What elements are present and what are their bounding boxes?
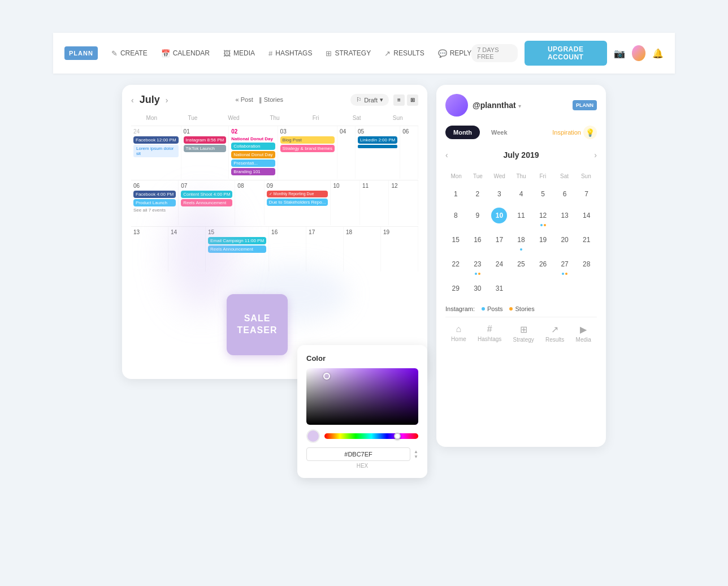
calendar-event[interactable]: ✓ Monthly Reporting Due [267, 191, 328, 197]
nav-item-strategy[interactable]: ⊞ STRATEGY [326, 49, 371, 58]
calendar-event[interactable]: National Donut Day [231, 151, 275, 158]
cal-cell[interactable]: 09 ✓ Monthly Reporting Due Due to Stakeh… [265, 180, 331, 225]
cal-cell[interactable]: 24 Facebook 12:00 PM Lorem ipsum dolor s… [131, 126, 181, 179]
cal-cell[interactable]: 10 [331, 180, 360, 225]
increment-button[interactable]: ▲ [414, 450, 418, 454]
cal-cell[interactable]: 11 [360, 180, 389, 225]
hex-input[interactable] [306, 447, 410, 461]
mini-cell[interactable]: 29 [445, 278, 466, 299]
mini-cell[interactable]: 31 [489, 278, 510, 299]
event-label[interactable]: Lorem ipsum dolor sit [133, 145, 179, 157]
mini-cell[interactable]: 26 [532, 254, 553, 277]
mini-cell[interactable]: 28 [576, 254, 597, 277]
calendar-event[interactable]: Presentati... [231, 160, 275, 167]
mini-cell[interactable]: 11 [511, 205, 532, 229]
inspiration-button[interactable]: Inspiration 💡 [552, 126, 597, 139]
nav-item-results[interactable]: ↗ RESULTS [384, 49, 424, 58]
cal-cell[interactable]: 06 Facebook 4:00 PM Product Launch See a… [131, 180, 179, 225]
prev-month-arrow[interactable]: ‹ [131, 96, 134, 105]
mini-cell[interactable]: 23 [467, 254, 488, 277]
stories-filter[interactable]: ‖ Stories [259, 96, 283, 104]
calendar-event[interactable]: Instagram 8:56 PM [184, 136, 227, 144]
mini-cell[interactable]: 17 [489, 230, 510, 253]
mini-cell[interactable]: 13 [554, 205, 575, 229]
cal-cell[interactable]: 08 [235, 180, 265, 225]
nav-item-media[interactable]: 🖼 MEDIA [223, 49, 255, 58]
mini-cell[interactable]: 20 [554, 230, 575, 253]
mini-cell[interactable]: 8 [445, 205, 466, 229]
bottom-nav-strategy[interactable]: ⊞ Strategy [513, 324, 534, 343]
next-month-arrow[interactable]: › [166, 96, 168, 105]
nav-item-reply[interactable]: 💬 REPLY [438, 49, 471, 58]
bottom-nav-hashtags[interactable]: # Hashtags [478, 324, 501, 343]
cal-cell[interactable]: 06 [400, 126, 418, 179]
cal-cell[interactable]: 13 [131, 227, 168, 272]
cal-cell[interactable]: 02 National Donut Day Collaboration Nati… [229, 126, 278, 179]
cal-cell[interactable]: 17 [306, 227, 344, 272]
nav-item-create[interactable]: ✎ CREATE [111, 49, 148, 58]
nav-item-hashtags[interactable]: # HASHTAGS [268, 49, 312, 58]
color-picker-canvas[interactable] [306, 368, 418, 425]
cal-cell[interactable]: 04 [337, 126, 356, 179]
calendar-event[interactable]: TikTok Launch [184, 145, 227, 152]
calendar-event[interactable]: Collaboration [231, 143, 275, 150]
hue-slider[interactable] [324, 433, 418, 439]
see-all-events[interactable]: See all 7 events [133, 208, 176, 213]
list-view-icon[interactable]: ≡ [393, 94, 405, 106]
mini-cell[interactable]: 14 [576, 205, 597, 229]
mini-cell[interactable]: 12 [532, 205, 553, 229]
mini-cell[interactable]: 30 [467, 278, 488, 299]
calendar-event[interactable]: Branding 101 [231, 168, 275, 175]
mini-next-arrow[interactable]: › [594, 150, 597, 160]
cal-cell[interactable]: 16 [269, 227, 306, 272]
profile-dropdown-arrow[interactable]: ▾ [518, 103, 521, 109]
mini-cell[interactable]: 22 [445, 254, 466, 277]
mini-cell[interactable]: 6 [554, 184, 575, 204]
mini-cell[interactable]: 25 [511, 254, 532, 277]
post-filter[interactable]: « Post [236, 96, 253, 104]
calendar-event[interactable]: Facebook 12:00 PM [133, 136, 179, 144]
calendar-event[interactable]: Content Shoot 4:00 PM [181, 191, 232, 198]
mini-cell[interactable]: 19 [532, 230, 553, 253]
week-view-button[interactable]: Week [483, 126, 515, 139]
mini-cell[interactable]: 21 [576, 230, 597, 253]
mini-cell[interactable]: 18 [511, 230, 532, 253]
decrement-button[interactable]: ▼ [414, 455, 418, 459]
grid-view-icon[interactable]: ⊞ [407, 94, 418, 106]
mini-cell[interactable]: 1 [445, 184, 466, 204]
calendar-event[interactable]: Facebook 4:00 PM [133, 191, 176, 198]
cal-cell[interactable]: 05 LinkedIn 2:00 PM [356, 126, 400, 179]
mini-cell[interactable]: 27 [554, 254, 575, 277]
cal-cell[interactable]: 19 [381, 227, 418, 272]
mini-cell[interactable]: 3 [489, 184, 510, 204]
hue-thumb[interactable] [394, 433, 401, 440]
mini-cell[interactable]: 10 [489, 205, 510, 229]
cal-cell[interactable]: 03 Blog Post Strategy & brand themes [278, 126, 338, 179]
bottom-nav-home[interactable]: ⌂ Home [451, 324, 466, 343]
mini-cell[interactable]: 16 [467, 230, 488, 253]
mini-cell[interactable]: 2 [467, 184, 488, 204]
month-view-button[interactable]: Month [445, 126, 480, 139]
color-cursor[interactable] [323, 373, 330, 380]
mini-cell[interactable]: 24 [489, 254, 510, 277]
mini-cell[interactable]: 7 [576, 184, 597, 204]
cal-cell[interactable]: 18 [344, 227, 381, 272]
mini-cell[interactable]: 9 [467, 205, 488, 229]
mini-cell[interactable]: 15 [445, 230, 466, 253]
calendar-event[interactable]: Product Launch [133, 199, 176, 206]
calendar-event[interactable]: Strategy & brand themes [280, 145, 335, 152]
bottom-nav-results[interactable]: ↗ Results [545, 324, 564, 343]
calendar-event[interactable]: Due to Stakeholders Repo... [267, 199, 328, 206]
mini-cell[interactable]: 5 [532, 184, 553, 204]
upgrade-button[interactable]: UPGRADE ACCOUNT [525, 41, 607, 66]
cal-cell[interactable]: 01 Instagram 8:56 PM TikTok Launch [181, 126, 229, 179]
bottom-nav-media[interactable]: ▶ Media [576, 324, 591, 343]
draft-filter[interactable]: ⚐ Draft ▾ [350, 94, 389, 106]
calendar-event[interactable]: LinkedIn 2:00 PM [358, 136, 397, 144]
calendar-event[interactable]: Blog Post [280, 136, 335, 144]
main-container: ‹ July › « Post ‖ Stories ⚐ Draft ▾ [53, 74, 675, 553]
nav-item-calendar[interactable]: 📅 CALENDAR [161, 49, 210, 58]
cal-cell[interactable]: 12 [389, 180, 418, 225]
mini-prev-arrow[interactable]: ‹ [445, 150, 448, 160]
mini-cell[interactable]: 4 [511, 184, 532, 204]
